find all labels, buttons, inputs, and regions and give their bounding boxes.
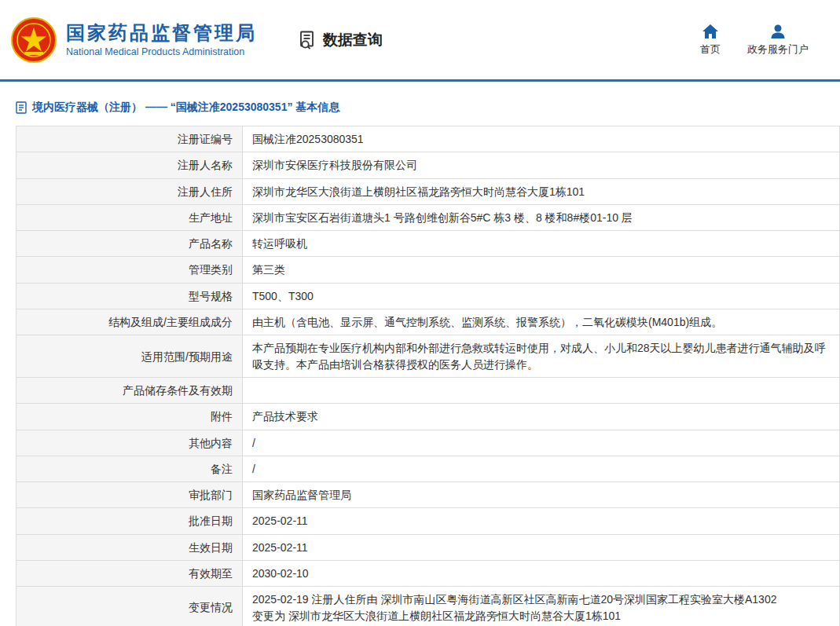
table-row: 变更情况2025-02-19 注册人住所由 深圳市南山区粤海街道高新区社区高新南… xyxy=(17,587,840,626)
row-label: 备注 xyxy=(17,456,243,481)
row-label: 其他内容 xyxy=(17,430,243,456)
row-label: 注册证编号 xyxy=(17,126,243,152)
row-value: 深圳市龙华区大浪街道上横朗社区福龙路旁恒大时尚慧谷大厦1栋101 xyxy=(243,178,840,204)
row-value: 转运呼吸机 xyxy=(243,231,840,257)
row-value: 深圳市宝安区石岩街道塘头1 号路创维创新谷5#C 栋3 楼、8 楼和8#楼01-… xyxy=(243,204,840,230)
header: 国家药品监督管理局 National Medical Products Admi… xyxy=(0,0,840,79)
row-label: 型号规格 xyxy=(17,283,243,309)
header-nav: 首页 政务服务门户 xyxy=(700,24,829,57)
row-value: 由主机（含电池、显示屏、通气控制系统、监测系统、报警系统），二氧化碳模块(M40… xyxy=(243,309,840,335)
row-label: 注册人名称 xyxy=(17,152,243,178)
row-value: 国家药品监督管理局 xyxy=(243,482,840,508)
info-table-body: 注册证编号国械注准20253080351注册人名称深圳市安保医疗科技股份有限公司… xyxy=(17,126,840,626)
row-label: 结构及组成/主要组成成分 xyxy=(17,309,243,335)
table-row: 批准日期2025-02-11 xyxy=(17,508,840,534)
user-icon xyxy=(769,24,787,39)
table-row: 型号规格T500、T300 xyxy=(17,283,840,309)
row-label: 审批部门 xyxy=(17,482,243,508)
nav-item-home[interactable]: 首页 xyxy=(700,24,721,57)
table-row: 注册证编号国械注准20253080351 xyxy=(17,126,840,152)
data-query-label: 数据查询 xyxy=(323,30,383,50)
row-value: 2025-02-11 xyxy=(243,508,840,534)
home-icon xyxy=(702,24,719,39)
table-row: 有效期至2030-02-10 xyxy=(17,561,840,587)
table-row: 注册人住所深圳市龙华区大浪街道上横朗社区福龙路旁恒大时尚慧谷大厦1栋101 xyxy=(17,178,840,204)
nav-portal-label: 政务服务门户 xyxy=(747,42,809,57)
table-row: 生效日期2025-02-11 xyxy=(17,534,840,560)
table-row: 管理类别第三类 xyxy=(17,257,840,283)
row-label: 管理类别 xyxy=(17,257,243,283)
row-label: 批准日期 xyxy=(17,508,243,534)
row-label: 生产地址 xyxy=(17,204,243,230)
page-icon xyxy=(16,101,27,114)
table-row: 产品名称转运呼吸机 xyxy=(17,231,840,257)
nav-item-portal[interactable]: 政务服务门户 xyxy=(747,24,809,57)
page-title: 境内医疗器械（注册） —— “国械注准20253080351” 基本信息 xyxy=(16,101,840,115)
page: 国家药品监督管理局 National Medical Products Admi… xyxy=(0,0,840,626)
org-titles: 国家药品监督管理局 National Medical Products Admi… xyxy=(66,22,257,57)
org-name-cn: 国家药品监督管理局 xyxy=(66,22,257,44)
page-title-text: 境内医疗器械（注册） —— “国械注准20253080351” 基本信息 xyxy=(32,101,339,115)
row-value: 深圳市安保医疗科技股份有限公司 xyxy=(243,152,840,178)
table-row: 产品储存条件及有效期 xyxy=(17,377,840,403)
row-label: 适用范围/预期用途 xyxy=(17,335,243,378)
row-value xyxy=(243,377,840,403)
row-label: 注册人住所 xyxy=(17,178,243,204)
header-divider xyxy=(0,79,840,82)
row-value: 2030-02-10 xyxy=(243,561,840,587)
row-value: 产品技术要求 xyxy=(243,404,840,430)
org-name-en: National Medical Products Administration xyxy=(66,46,257,57)
row-label: 附件 xyxy=(17,404,243,430)
row-value: / xyxy=(243,456,840,481)
table-row: 审批部门国家药品监督管理局 xyxy=(17,482,840,508)
row-label: 生效日期 xyxy=(17,534,243,560)
data-query-tab[interactable]: 数据查询 xyxy=(298,30,383,50)
table-row: 生产地址深圳市宝安区石岩街道塘头1 号路创维创新谷5#C 栋3 楼、8 楼和8#… xyxy=(17,204,840,230)
nav-home-label: 首页 xyxy=(700,42,721,57)
row-value: 2025-02-19 注册人住所由 深圳市南山区粤海街道高新区社区高新南七道20… xyxy=(243,587,840,626)
table-row: 适用范围/预期用途本产品预期在专业医疗机构内部和外部进行急救或转运时使用，对成人… xyxy=(17,335,840,378)
table-row: 附件产品技术要求 xyxy=(17,404,840,430)
row-value: T500、T300 xyxy=(243,283,840,309)
table-row: 其他内容/ xyxy=(17,430,840,456)
row-value: 2025-02-11 xyxy=(243,534,840,560)
table-row: 注册人名称深圳市安保医疗科技股份有限公司 xyxy=(17,152,840,178)
row-value: 国械注准20253080351 xyxy=(243,126,840,152)
info-table: 注册证编号国械注准20253080351注册人名称深圳市安保医疗科技股份有限公司… xyxy=(16,126,840,626)
table-row: 结构及组成/主要组成成分由主机（含电池、显示屏、通气控制系统、监测系统、报警系统… xyxy=(17,309,840,335)
nmpa-emblem-logo xyxy=(11,17,57,63)
row-label: 变更情况 xyxy=(17,587,243,626)
row-value: 本产品预期在专业医疗机构内部和外部进行急救或转运时使用，对成人、小儿和28天以上… xyxy=(243,335,840,378)
document-search-icon xyxy=(298,30,318,50)
table-row: 备注/ xyxy=(17,456,840,481)
row-label: 产品储存条件及有效期 xyxy=(17,377,243,403)
row-label: 有效期至 xyxy=(17,561,243,587)
row-value: / xyxy=(243,430,840,456)
row-label: 产品名称 xyxy=(17,231,243,257)
row-value: 第三类 xyxy=(243,257,840,283)
